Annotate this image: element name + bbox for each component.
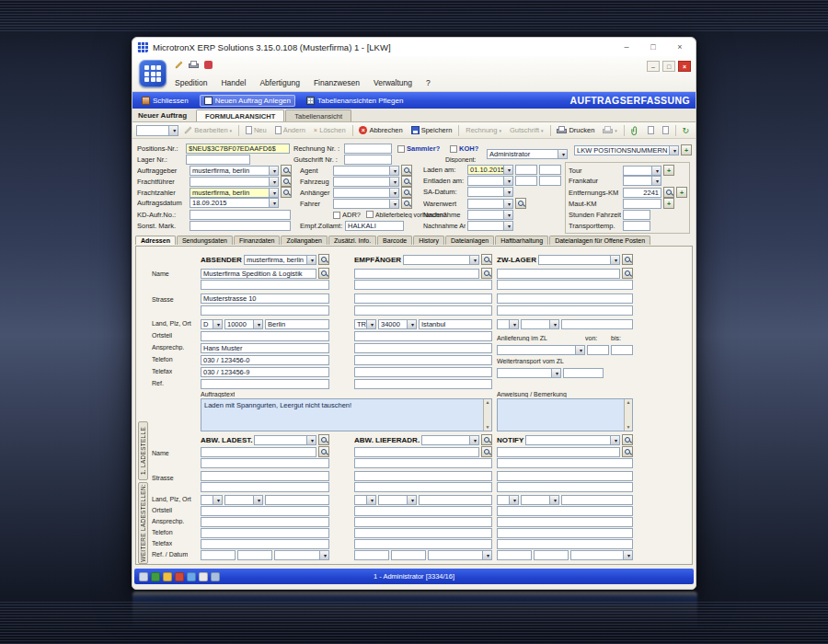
- abw-ladest-ort-field[interactable]: [265, 495, 329, 505]
- absender-ortsteil-field[interactable]: [201, 331, 329, 341]
- sammler-checkbox[interactable]: [397, 145, 405, 153]
- notify-lookup-button[interactable]: [622, 434, 633, 445]
- notify-select[interactable]: [525, 435, 620, 445]
- sa-datum-select[interactable]: [467, 187, 513, 197]
- zollamt-field[interactable]: HALKALI: [345, 221, 404, 231]
- notify-land-select[interactable]: [497, 495, 519, 505]
- tab-tabellenansicht[interactable]: Tabellenansicht: [285, 109, 351, 121]
- abw-ladest-telefon-field[interactable]: [201, 528, 329, 538]
- empfaenger-ref-field[interactable]: [354, 379, 492, 389]
- absender-name1-field[interactable]: Musterfirma Spedition & Logistik: [201, 269, 316, 279]
- abw-lieferadr-telefax-field[interactable]: [354, 539, 492, 549]
- auftraggeber-lookup-button[interactable]: [281, 165, 292, 176]
- abw-ladest-datum-field[interactable]: [237, 550, 272, 560]
- abw-lieferadr-land-select[interactable]: [354, 495, 376, 505]
- fahrer-lookup-button[interactable]: [401, 198, 412, 209]
- absender-lookup-button[interactable]: [318, 254, 329, 265]
- absender-plz-select[interactable]: 10000: [224, 319, 263, 329]
- zwlager-lookup-button[interactable]: [622, 254, 633, 265]
- abw-ladest-land-select[interactable]: [201, 495, 223, 505]
- tab-dateianlagen-offene-posten[interactable]: Dateianlagen für Offene Posten: [549, 236, 650, 245]
- aendern-button[interactable]: Ändern: [272, 125, 308, 135]
- absender-land-select[interactable]: D: [201, 319, 223, 329]
- entladen-zeit-von-field[interactable]: [515, 176, 537, 186]
- abw-ladest-ref-select[interactable]: [274, 550, 329, 560]
- maut-km-field[interactable]: [623, 199, 661, 209]
- notify-telefon-field[interactable]: [497, 528, 633, 538]
- abw-lieferadr-ref-field[interactable]: [354, 550, 389, 560]
- maut-km-route-button[interactable]: [663, 198, 674, 209]
- menu-spedition[interactable]: Spedition: [175, 78, 207, 87]
- laden-am-select[interactable]: 01.10.2015: [467, 165, 513, 175]
- notify-ref-field[interactable]: [497, 550, 532, 560]
- bearbeiten-button[interactable]: Bearbeiten: [181, 125, 235, 135]
- notify-strasse-field[interactable]: [497, 471, 633, 481]
- abw-ladest-ortsteil-field[interactable]: [201, 506, 329, 516]
- drucken-button[interactable]: Drucken: [554, 125, 597, 135]
- weitertransport-select[interactable]: [497, 368, 561, 378]
- zwlager-name1-field[interactable]: [497, 269, 620, 279]
- neu-button[interactable]: Neu: [243, 125, 270, 135]
- lager-nr-field[interactable]: [186, 155, 250, 165]
- empfaenger-telefon-field[interactable]: [354, 355, 492, 365]
- zwlager-strasse2-field[interactable]: [497, 305, 633, 316]
- abw-ladest-name2-field[interactable]: [201, 458, 329, 468]
- ribbon-close-button[interactable]: ×: [678, 61, 691, 72]
- auftragstext-scrollbar[interactable]: ▲▼: [483, 399, 491, 431]
- menu-handel[interactable]: Handel: [221, 78, 246, 87]
- abw-lieferadr-strasse-field[interactable]: [354, 471, 492, 481]
- abw-lieferadr-ansprechpartner-field[interactable]: [354, 517, 492, 527]
- absender-ansprechpartner-field[interactable]: Hans Muster: [201, 343, 329, 353]
- fahrzeug-select[interactable]: [333, 177, 399, 187]
- notify-plz-select[interactable]: [521, 495, 559, 505]
- gutschrift-button[interactable]: Gutschrift: [507, 125, 546, 135]
- abw-lieferadr-datum-field[interactable]: [391, 550, 426, 560]
- maximize-button[interactable]: □: [642, 40, 664, 54]
- anhaenger-lookup-button[interactable]: [401, 187, 412, 198]
- neuen-auftrag-anlegen-button[interactable]: Neuen Auftrag Anlegen: [200, 95, 295, 107]
- tab-haftbarhaltung[interactable]: Haftbarhaltung: [495, 236, 548, 245]
- abw-lieferadr-name-lookup-button[interactable]: [481, 446, 492, 457]
- pencil-icon[interactable]: [175, 61, 183, 69]
- empfaenger-select[interactable]: [403, 255, 479, 265]
- minimize-button[interactable]: –: [615, 40, 638, 54]
- empfaenger-ansprechpartner-field[interactable]: [354, 343, 492, 353]
- laden-zeit-von-field[interactable]: [515, 165, 537, 175]
- tab-sendungsdaten[interactable]: Sendungsdaten: [177, 236, 233, 245]
- abbrechen-button[interactable]: ×Abbrechen: [356, 125, 405, 135]
- entfernungs-km-route-button[interactable]: [676, 187, 687, 198]
- notify-datum-field[interactable]: [534, 550, 569, 560]
- zwlager-land-select[interactable]: [497, 319, 519, 329]
- abw-lieferadr-telefon-field[interactable]: [354, 528, 492, 538]
- anhaenger-select[interactable]: [333, 188, 399, 198]
- warenwert-lookup-button[interactable]: [515, 198, 526, 209]
- menu-finanzwesen[interactable]: Finanzwesen: [314, 78, 360, 87]
- abw-lieferadr-name2-field[interactable]: [354, 458, 492, 468]
- abw-lieferadr-ortsteil-field[interactable]: [354, 506, 492, 516]
- ablieferbeleg-checkbox[interactable]: [366, 211, 374, 218]
- abw-ladest-select[interactable]: [254, 435, 316, 445]
- tag-icon[interactable]: [204, 61, 213, 69]
- agent-lookup-button[interactable]: [401, 165, 412, 176]
- refresh-button[interactable]: ↻: [679, 125, 692, 136]
- zwlager-ort-field[interactable]: [561, 319, 633, 329]
- abw-ladest-strasse2-field[interactable]: [201, 482, 329, 492]
- entladen-zeit-bis-field[interactable]: [539, 176, 561, 186]
- laden-zeit-bis-field[interactable]: [539, 165, 561, 175]
- record-select[interactable]: [136, 125, 178, 136]
- anweisung-textarea[interactable]: ▲▼: [497, 398, 633, 431]
- rechnung-nr-field[interactable]: [344, 144, 392, 154]
- ribbon-restore-button[interactable]: □: [662, 61, 675, 72]
- anweisung-scrollbar[interactable]: ▲▼: [624, 399, 632, 431]
- agent-select[interactable]: [333, 166, 399, 176]
- positions-nr-field[interactable]: $NEU$3C7BF07EDAAFD6$: [186, 144, 290, 154]
- frachtfuehrer-select[interactable]: [190, 177, 279, 187]
- tab-formularansicht[interactable]: FORMULARANSICHT: [196, 109, 284, 121]
- tab-barcode[interactable]: Barcode: [377, 236, 412, 245]
- absender-ort-field[interactable]: Berlin: [265, 319, 329, 329]
- abw-ladest-telefax-field[interactable]: [201, 539, 329, 549]
- abw-ladest-lookup-button[interactable]: [318, 434, 329, 445]
- ribbon-minimize-button[interactable]: –: [647, 61, 660, 72]
- print-options-button[interactable]: [600, 125, 620, 135]
- entladen-am-select[interactable]: [467, 176, 513, 186]
